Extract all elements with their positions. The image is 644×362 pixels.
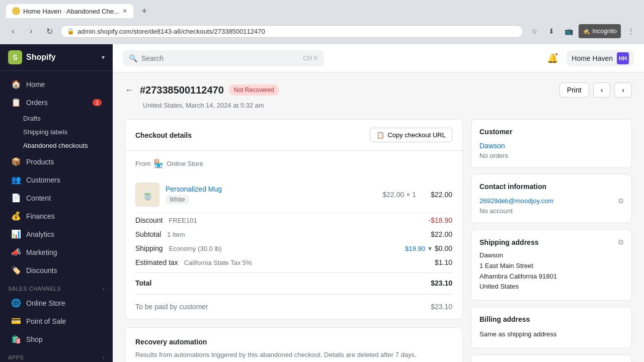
discounts-icon: 🏷️ bbox=[11, 265, 21, 275]
contact-title: Contact information bbox=[479, 183, 623, 191]
store-avatar: HH bbox=[617, 52, 629, 64]
shipping-method: Economy (30.0 lb) bbox=[169, 245, 222, 252]
recovery-card: Recovery automation Results from automat… bbox=[125, 327, 463, 362]
contact-card: Contact information 26929deb@moodjoy.com… bbox=[471, 174, 632, 223]
contact-email-link[interactable]: 26929deb@moodjoy.com bbox=[479, 197, 553, 205]
shipping-address-title: Shipping address bbox=[479, 238, 538, 246]
card-body: From 🏪 Online Store 🍵 Personalize bbox=[125, 151, 462, 319]
shipping-row: Shipping Economy (30.0 lb) $19.90 ▾ $0.0… bbox=[135, 241, 452, 255]
online-store-icon: 🌐 bbox=[11, 298, 21, 308]
apps-section: Apps › bbox=[0, 348, 113, 362]
apps-arrow[interactable]: › bbox=[103, 355, 105, 360]
browser-tab[interactable]: Home Haven · Abandoned Che... ✕ bbox=[6, 4, 133, 18]
tab-favicon bbox=[12, 7, 20, 15]
sidebar-item-label: Point of Sale bbox=[26, 317, 66, 325]
back-nav-btn[interactable]: ‹ bbox=[6, 24, 20, 38]
orders-badge: 1 bbox=[93, 99, 102, 106]
to-be-paid-value: $23.10 bbox=[431, 303, 452, 311]
recovery-title: Recovery automation bbox=[135, 338, 452, 346]
lock-icon: 🔒 bbox=[67, 28, 74, 35]
store-badge[interactable]: Home Haven HH bbox=[567, 50, 634, 66]
sidebar-item-content[interactable]: 📄 Content bbox=[3, 189, 110, 207]
sidebar-item-label: Orders bbox=[26, 99, 48, 107]
tab-close-btn[interactable]: ✕ bbox=[122, 8, 127, 15]
sidebar-item-shop[interactable]: 🛍️ Shop bbox=[3, 330, 110, 348]
marketing-card: Marketing Email subscribed SMS not subsc… bbox=[471, 354, 632, 362]
incognito-badge: 🕵 Incognito bbox=[579, 24, 621, 38]
home-icon: 🏠 bbox=[11, 79, 21, 89]
orders-icon: 📋 bbox=[11, 98, 21, 107]
copy-url-btn[interactable]: 📋 Copy checkout URL bbox=[370, 128, 452, 142]
sidebar-item-finances[interactable]: 💰 Finances bbox=[3, 207, 110, 225]
product-row: 🍵 Personalized Mug White bbox=[135, 176, 452, 213]
search-shortcut: Ctrl K bbox=[303, 55, 318, 62]
sidebar-item-label: Marketing bbox=[26, 248, 57, 256]
product-name-link[interactable]: Personalized Mug bbox=[166, 185, 222, 193]
to-be-paid-row: To be paid by customer $23.10 bbox=[135, 294, 452, 311]
sidebar-item-abandoned-checkouts[interactable]: Abandoned checkouts bbox=[0, 139, 113, 152]
next-btn[interactable]: › bbox=[614, 82, 632, 98]
notification-btn[interactable]: 🔔 bbox=[544, 50, 560, 66]
sales-channels-arrow[interactable]: › bbox=[103, 286, 105, 292]
tax-row: Estimated tax California State Tax 5% $1… bbox=[135, 255, 452, 269]
sidebar-item-label: Analytics bbox=[26, 230, 54, 238]
sidebar-item-point-of-sale[interactable]: 💳 Point of Sale bbox=[3, 312, 110, 330]
shipping-line1: 1 East Main Street bbox=[479, 261, 623, 272]
customer-name-link[interactable]: Dawson bbox=[479, 142, 505, 150]
prev-btn[interactable]: ‹ bbox=[593, 82, 611, 98]
sidebar-item-shipping-labels[interactable]: Shipping labels bbox=[0, 125, 113, 139]
sidebar-item-online-store[interactable]: 🌐 Online Store bbox=[3, 294, 110, 312]
shop-icon: 🛍️ bbox=[11, 334, 21, 344]
copy-email-icon[interactable]: ⧉ bbox=[618, 197, 623, 205]
url-text: admin.shopify.com/store/de8143-a6/checko… bbox=[77, 28, 265, 35]
page-header: ← #27338500112470 Not Recovered Print ‹ … bbox=[125, 82, 632, 98]
menu-btn[interactable]: ⋮ bbox=[624, 24, 638, 38]
products-icon: 📦 bbox=[11, 157, 21, 166]
shipping-link[interactable]: $19.90 bbox=[405, 245, 425, 252]
shipping-line2: Alhambra California 91801 bbox=[479, 272, 623, 282]
content-grid: Checkout details 📋 Copy checkout URL Fro… bbox=[125, 119, 632, 362]
download-btn[interactable]: ⬇ bbox=[544, 24, 558, 38]
tax-label: Estimated tax bbox=[135, 258, 178, 266]
back-btn[interactable]: ← bbox=[125, 85, 134, 96]
sidebar-item-orders[interactable]: 📋 Orders 1 bbox=[3, 94, 110, 111]
shipping-country: United States bbox=[479, 282, 623, 292]
notification-dot bbox=[554, 52, 558, 56]
sidebar-item-marketing[interactable]: 📣 Marketing bbox=[3, 243, 110, 261]
sidebar-header: S Shopify ▾ bbox=[0, 44, 113, 71]
sidebar-item-drafts[interactable]: Drafts bbox=[0, 112, 113, 125]
cast-btn[interactable]: 📺 bbox=[561, 24, 576, 38]
recovery-desc: Results from automations triggered by th… bbox=[135, 350, 452, 360]
checkout-from: From 🏪 Online Store bbox=[135, 159, 452, 168]
tax-method: California State Tax 5% bbox=[184, 259, 252, 266]
forward-nav-btn[interactable]: › bbox=[24, 24, 38, 38]
tax-value: $1.10 bbox=[435, 258, 452, 266]
finances-icon: 💰 bbox=[11, 211, 21, 221]
print-btn[interactable]: Print bbox=[559, 82, 589, 98]
product-image: 🍵 bbox=[135, 183, 159, 207]
bookmark-btn[interactable]: ☆ bbox=[527, 24, 541, 38]
sidebar-item-discounts[interactable]: 🏷️ Discounts bbox=[3, 261, 110, 279]
sidebar-item-analytics[interactable]: 📊 Analytics bbox=[3, 225, 110, 243]
subtotal-label: Subtotal bbox=[135, 230, 161, 238]
customer-card: Customer Dawson No orders bbox=[471, 119, 632, 168]
topbar: 🔍 Search Ctrl K 🔔 Home Haven HH bbox=[113, 44, 644, 72]
page-title: #27338500112470 Not Recovered bbox=[140, 84, 279, 96]
search-bar[interactable]: 🔍 Search Ctrl K bbox=[123, 50, 324, 66]
store-switcher-arrow[interactable]: ▾ bbox=[102, 54, 105, 61]
refresh-btn[interactable]: ↻ bbox=[42, 24, 56, 38]
incognito-label: Incognito bbox=[592, 28, 617, 35]
sidebar-item-home[interactable]: 🏠 Home bbox=[3, 75, 110, 93]
shopify-logo-text: Shopify bbox=[26, 53, 56, 62]
apps-label: Apps bbox=[8, 354, 24, 360]
incognito-icon: 🕵 bbox=[583, 28, 590, 35]
sidebar-item-customers[interactable]: 👥 Customers bbox=[3, 171, 110, 189]
page-subtitle: United States, March 14, 2024 at 5:32 am bbox=[143, 102, 632, 109]
new-tab-btn[interactable]: + bbox=[137, 4, 151, 18]
shipping-label: Shipping bbox=[135, 244, 163, 252]
sidebar-item-products[interactable]: 📦 Products bbox=[3, 153, 110, 170]
product-price-col: $22.00 × 1 bbox=[382, 191, 416, 199]
sidebar: S Shopify ▾ 🏠 Home 📋 Orders 1 Drafts Shi… bbox=[0, 44, 113, 362]
copy-shipping-btn[interactable]: ⧉ bbox=[618, 238, 623, 246]
address-bar[interactable]: 🔒 admin.shopify.com/store/de8143-a6/chec… bbox=[60, 25, 523, 38]
